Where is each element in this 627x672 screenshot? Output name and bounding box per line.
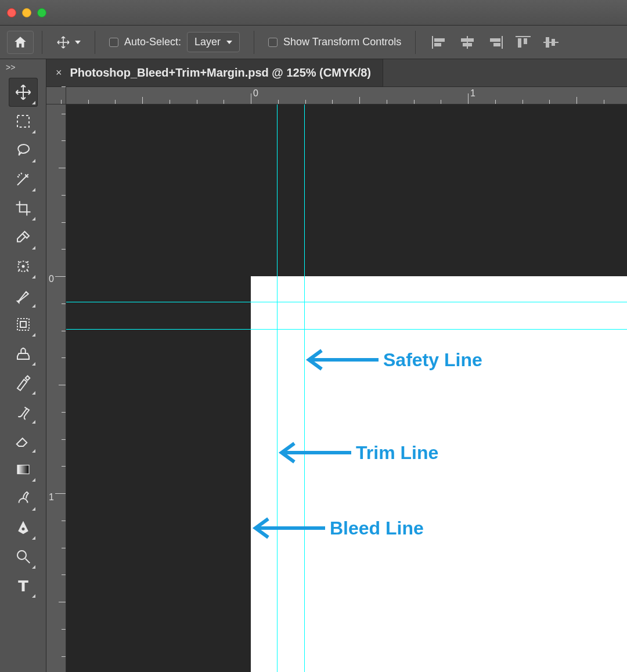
flyout-indicator-icon [32,159,35,162]
gradient-tool-icon [15,461,32,478]
separator [42,31,42,54]
smudge-tool[interactable] [9,484,38,513]
ruler-horizontal[interactable]: 01 [66,87,627,104]
chevron-down-icon [75,41,81,44]
type-tool-icon [15,577,32,594]
move-tool[interactable] [9,78,38,107]
zoom-tool-icon [15,548,32,565]
magic-wand-tool-icon [15,171,32,188]
flyout-indicator-icon [32,275,35,279]
align-center-v-button[interactable] [543,36,558,49]
lasso-tool-icon [15,142,32,159]
pen-tool[interactable] [9,513,38,542]
separator [415,31,416,54]
annotation: Bleed Line [251,516,424,540]
smudge-tool-icon [15,490,32,507]
flyout-indicator-icon [32,101,35,104]
window-minimize-button[interactable] [22,8,31,17]
align-center-h-button[interactable] [460,36,475,49]
clone-stamp-tool-icon [15,345,32,362]
flyout-indicator-icon [32,536,35,540]
annotation-label: Bleed Line [330,518,424,539]
eraser-tool[interactable] [9,426,38,455]
mixer-brush-tool[interactable] [9,397,38,426]
crop-tool[interactable] [9,194,38,223]
guide-vertical[interactable] [304,104,305,672]
canvas-viewport[interactable]: Safety LineTrim LineBleed Line [66,104,627,672]
flyout-indicator-icon [32,130,35,133]
tab-close-button[interactable]: × [56,67,62,79]
flyout-indicator-icon [32,391,35,395]
history-brush-tool[interactable] [9,368,38,397]
ruler-v-label: 0 [49,274,54,284]
flyout-indicator-icon [32,217,35,221]
marquee-tool-icon [15,113,32,130]
annotation-label: Safety Line [383,349,482,371]
svg-rect-4 [20,321,26,327]
eyedropper-tool[interactable] [9,223,38,252]
document-area: × Photoshop_Bleed+Trim+Margin.psd @ 125%… [46,59,627,672]
document-tabs: × Photoshop_Bleed+Trim+Margin.psd @ 125%… [46,59,627,87]
separator [95,31,95,54]
ruler-vertical[interactable]: 01 [46,104,66,672]
marquee-tool[interactable] [9,107,38,136]
flyout-indicator-icon [32,333,35,337]
lasso-tool[interactable] [9,136,38,165]
flyout-indicator-icon [32,594,35,598]
frame-tool[interactable] [9,310,38,339]
home-icon [13,35,28,50]
flyout-indicator-icon [32,507,35,511]
align-left-button[interactable] [432,36,447,49]
flyout-indicator-icon [32,449,35,453]
workspace: >> × Photoshop_Bleed+Trim+Margin.psd @ 1… [0,59,627,672]
chevron-right-icon: >> [6,63,15,72]
auto-select-value: Layer [194,36,221,48]
options-bar: Auto-Select: Layer Show Transform Contro… [0,26,627,59]
svg-point-2 [21,265,24,268]
ruler-h-label: 0 [253,88,258,99]
crop-tool-icon [15,200,32,217]
gradient-tool[interactable] [9,455,38,484]
annotation: Safety Line [304,348,482,371]
ruler-v-label: 1 [49,492,54,503]
flyout-indicator-icon [32,362,35,366]
svg-point-7 [17,551,26,559]
auto-select-checkbox[interactable] [109,38,118,47]
home-button[interactable] [7,31,34,54]
document-page [251,276,627,672]
tools-panel: >> [0,59,46,672]
window-close-button[interactable] [7,8,16,17]
canvas-area: 01 01 Safety LineTrim LineBleed Line [46,87,627,672]
guide-horizontal[interactable] [66,329,627,330]
align-top-button[interactable] [516,36,531,49]
show-transform-label: Show Transform Controls [283,36,401,48]
zoom-tool[interactable] [9,542,38,571]
guide-vertical[interactable] [277,104,278,672]
ruler-origin[interactable] [46,87,66,104]
auto-select-dropdown[interactable]: Layer [187,32,240,52]
guide-horizontal[interactable] [66,302,627,302]
clone-stamp-tool[interactable] [9,339,38,368]
current-tool-indicator[interactable] [51,31,87,54]
flyout-indicator-icon [32,246,35,250]
flyout-indicator-icon [32,420,35,424]
move-icon [56,35,70,49]
arrow-left-icon [251,516,326,540]
show-transform-checkbox[interactable] [268,38,278,47]
document-tab[interactable]: × Photoshop_Bleed+Trim+Margin.psd @ 125%… [46,59,383,86]
spot-healing-tool[interactable] [9,252,38,281]
move-tool-icon [15,84,32,101]
annotation-label: Trim Line [356,442,438,464]
magic-wand-tool[interactable] [9,165,38,194]
flyout-indicator-icon [32,565,35,569]
window-zoom-button[interactable] [37,8,46,17]
panel-collapse-button[interactable]: >> [0,59,46,75]
align-buttons [424,36,558,49]
flyout-indicator-icon [32,478,35,482]
auto-select-group: Auto-Select: Layer [103,31,246,54]
tools-list [0,75,46,672]
flyout-indicator-icon [32,188,35,192]
type-tool[interactable] [9,571,38,600]
brush-tool[interactable] [9,281,38,310]
align-right-button[interactable] [488,36,503,49]
